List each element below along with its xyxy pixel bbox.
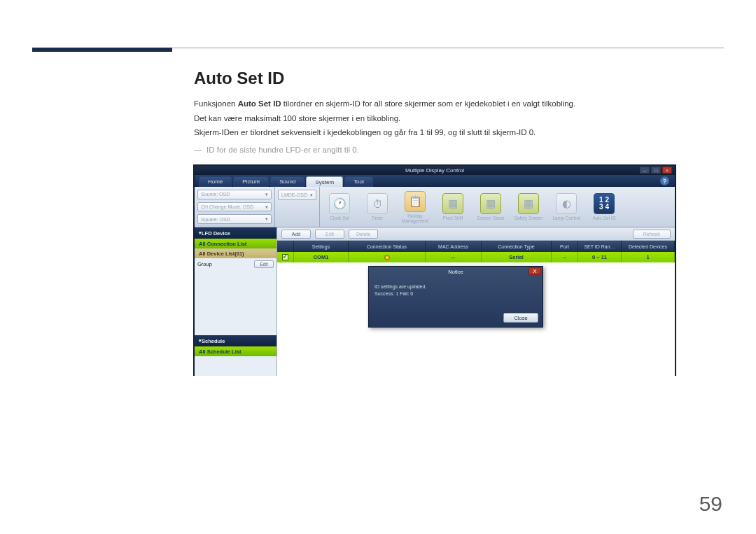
minimize-button[interactable]: – — [640, 167, 650, 174]
dialog-line-1: ID settings are updated. — [374, 283, 537, 290]
sidebar-spacer — [195, 269, 276, 335]
p1-a: Funksjonen — [194, 99, 238, 108]
col-setid-range[interactable]: SET ID Ran… — [578, 241, 622, 252]
col-checkbox[interactable] — [277, 241, 294, 252]
row-settings: COM1 — [294, 252, 349, 262]
footnote: ID for de siste hundre LFD-er er angitt … — [194, 146, 676, 154]
tab-picture[interactable]: Picture — [233, 176, 269, 187]
screen-label: Screen Saver — [477, 216, 504, 220]
dialog-titlebar[interactable]: Notice X — [369, 267, 542, 276]
square-combo[interactable]: Square: OSD — [197, 214, 272, 224]
dialog-close-button[interactable]: Close — [503, 313, 538, 323]
dialog-body: ID settings are updated. Success: 1 Fail… — [369, 276, 542, 310]
edit-button[interactable]: Edit — [315, 230, 344, 239]
sidebar: LFD Device All Connection List All Devic… — [195, 227, 277, 376]
mdc-app-window: Multiple Display Control – □ × Home Pict… — [194, 165, 676, 375]
lamp-label: Lamp Control — [552, 216, 580, 220]
holiday-button[interactable]: 📋Holiday Management — [398, 190, 432, 225]
maximize-button[interactable]: □ — [651, 167, 661, 174]
holiday-label: Holiday Management — [398, 213, 432, 223]
sidebar-all-schedule[interactable]: All Schedule List — [195, 346, 276, 356]
group-label: Group — [197, 261, 212, 267]
p1-c: tilordner en skjerm-ID for all store skj… — [281, 99, 576, 108]
pixel-icon: ▦ — [442, 193, 463, 214]
sidebar-group-row[interactable]: Group Edit — [195, 258, 276, 269]
sidebar-lfd-header[interactable]: LFD Device — [195, 227, 276, 239]
dialog-title: Notice — [448, 269, 463, 275]
add-button[interactable]: Add — [281, 230, 311, 239]
row-port: -- — [552, 252, 578, 262]
lmde-combo[interactable]: LMDE-OSD — [278, 190, 316, 200]
tab-system[interactable]: System — [306, 176, 343, 187]
source-combo[interactable]: Source: OSD — [197, 190, 272, 199]
row-range: 0 ~ 11 — [578, 252, 622, 262]
tab-tool[interactable]: Tool — [344, 176, 373, 187]
paragraph-1: Funksjonen Auto Set ID tilordner en skje… — [194, 98, 676, 110]
col-connection-status[interactable]: Connection Status — [349, 241, 426, 252]
paragraph-3: Skjerm-IDen er tilordnet sekvensielt i k… — [194, 127, 676, 139]
col-settings[interactable]: Settings — [294, 241, 349, 252]
ribbon-icons: 🕐Clock Set ⏱Timer 📋Holiday Management ▦P… — [320, 187, 675, 227]
row-status — [349, 252, 426, 262]
row-ctype: Serial — [482, 252, 552, 262]
page-number: 59 — [699, 492, 722, 516]
pixel-label: Pixel Shift — [443, 216, 463, 220]
ribbon-left-panel: Source: OSD CH.Change Mode: OSD Square: … — [195, 187, 275, 227]
tab-home[interactable]: Home — [199, 176, 232, 187]
calendar-icon: 📋 — [405, 191, 426, 212]
auto-label: Auto Set ID — [592, 216, 615, 220]
auto-set-id-button[interactable]: 1 2 3 4Auto Set ID — [587, 190, 621, 225]
screen-saver-button[interactable]: ▦Screen Saver — [474, 190, 507, 225]
row-detected: 1 — [622, 252, 675, 262]
ch-change-combo[interactable]: CH.Change Mode: OSD — [197, 202, 272, 212]
timer-label: Timer — [372, 216, 383, 220]
dialog-close-icon[interactable]: X — [528, 267, 541, 275]
tab-sound[interactable]: Sound — [270, 176, 304, 187]
page-corner-accent — [32, 48, 172, 52]
help-icon[interactable]: ? — [660, 176, 669, 185]
ribbon: Source: OSD CH.Change Mode: OSD Square: … — [195, 187, 675, 227]
col-port[interactable]: Port — [552, 241, 578, 252]
grid-row-1[interactable]: COM1 -- Serial -- 0 ~ 11 1 — [277, 252, 675, 262]
col-connection-type[interactable]: Connection Type — [482, 241, 552, 252]
grid-body: Notice X ID settings are updated. Succes… — [277, 262, 675, 376]
timer-icon: ⏱ — [367, 193, 388, 214]
notice-dialog: Notice X ID settings are updated. Succes… — [368, 266, 543, 328]
row-mac: -- — [426, 252, 482, 262]
grid-header: Settings Connection Status MAC Address C… — [277, 241, 675, 252]
lamp-control-button[interactable]: ◐Lamp Control — [550, 190, 583, 225]
checkbox-icon — [282, 254, 288, 260]
window-close-button[interactable]: × — [662, 167, 672, 174]
col-mac[interactable]: MAC Address — [426, 241, 482, 252]
safety-icon: ▦ — [518, 193, 539, 214]
safety-screen-button[interactable]: ▦Safety Screen — [512, 190, 545, 225]
pixel-shift-button[interactable]: ▦Pixel Shift — [436, 190, 470, 225]
p1-feature-name: Auto Set ID — [238, 99, 281, 108]
page-heading: Auto Set ID — [194, 69, 676, 88]
delete-button[interactable]: Delete — [349, 230, 378, 239]
sidebar-all-connection[interactable]: All Connection List — [195, 239, 276, 248]
window-title: Multiple Display Control — [405, 167, 464, 174]
sidebar-all-device[interactable]: All Device List(01) — [195, 248, 276, 258]
sidebar-schedule-header[interactable]: Schedule — [195, 335, 276, 346]
sidebar-bottom-pad — [195, 356, 276, 376]
window-buttons: – □ × — [640, 167, 672, 174]
window-titlebar[interactable]: Multiple Display Control – □ × — [195, 166, 675, 175]
dialog-footer: Close — [369, 310, 542, 327]
clock-set-button[interactable]: 🕐Clock Set — [323, 190, 356, 225]
screen-icon: ▦ — [480, 193, 501, 214]
ribbon-mid-panel: LMDE-OSD — [275, 187, 320, 227]
lamp-icon: ◐ — [556, 193, 577, 214]
safety-label: Safety Screen — [514, 216, 543, 220]
toolbar: Add Edit Delete Refresh — [277, 227, 675, 241]
timer-button[interactable]: ⏱Timer — [360, 190, 394, 225]
status-led-icon — [384, 255, 390, 260]
grid-icon: 1 2 3 4 — [594, 193, 615, 214]
refresh-button[interactable]: Refresh — [633, 230, 671, 239]
page-content: Auto Set ID Funksjonen Auto Set ID tilor… — [194, 69, 676, 375]
clock-label: Clock Set — [330, 216, 349, 220]
main-panel: Add Edit Delete Refresh Settings Connect… — [277, 227, 675, 376]
col-detected[interactable]: Detected Devices — [622, 241, 675, 252]
row-checkbox[interactable] — [277, 252, 294, 262]
group-edit-button[interactable]: Edit — [254, 260, 274, 268]
